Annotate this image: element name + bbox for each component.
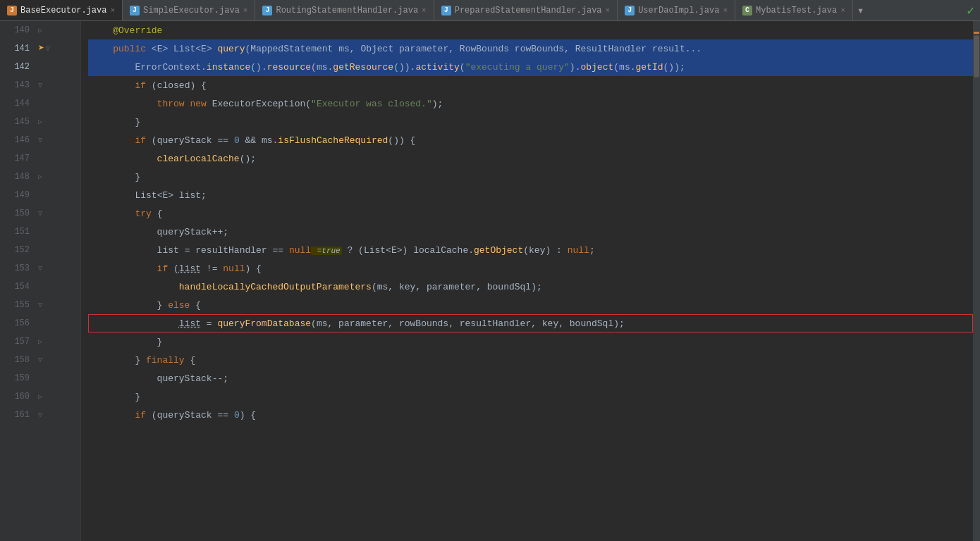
line-number-144: 144 <box>0 99 35 108</box>
tab-close-simple-executor[interactable]: × <box>243 6 248 15</box>
code-line-161: if (queryStack == 0) { <box>88 406 973 424</box>
code-line-155: } else { <box>88 296 973 314</box>
debug-arrow-icon: ➤ <box>38 44 44 54</box>
code-line-140: @Override <box>88 21 973 39</box>
tab-simple-executor[interactable]: J SimpleExecutor.java × <box>123 0 255 21</box>
fold-icon-157[interactable]: ▷ <box>38 337 42 346</box>
fold-icon-155[interactable]: ▽ <box>38 301 42 309</box>
fold-icon-146[interactable]: ▽ <box>38 136 42 144</box>
tab-icon-prepared: J <box>441 6 451 15</box>
line-153-content: if (list != null) { <box>91 263 262 274</box>
line-number-141: 141 <box>0 44 35 54</box>
line-148-content: } <box>91 172 140 182</box>
line-155-content: } else { <box>91 300 201 311</box>
gutter-icons-150: ▽ <box>35 209 78 218</box>
tab-icon-userdao: J <box>625 6 635 15</box>
line-number-154: 154 <box>0 282 35 292</box>
code-line-148: } <box>88 168 973 186</box>
line-147-content: clearLocalCache(); <box>91 154 256 164</box>
fold-icon-153[interactable]: ▽ <box>38 264 42 273</box>
fold-icon-145[interactable]: ▷ <box>38 118 42 126</box>
tab-bar: J BaseExecutor.java × J SimpleExecutor.j… <box>0 0 980 21</box>
code-line-142: ErrorContext.instance().resource(ms.getR… <box>88 58 973 76</box>
code-line-156: list = queryFromDatabase(ms, parameter, … <box>88 314 973 332</box>
gutter-icons-153: ▽ <box>35 264 78 273</box>
line-number-147: 147 <box>0 154 35 163</box>
line-141-content: public <E> List<E> query(MappedStatement… <box>91 44 702 54</box>
fold-icon-140[interactable]: ▷ <box>38 26 42 35</box>
line-151-content: queryStack++; <box>91 227 228 237</box>
gutter-line-152: 152 <box>0 241 80 259</box>
tab-label-mybatis: MybatisTest.java <box>756 6 837 15</box>
gutter-icons-146: ▽ <box>35 136 78 144</box>
tab-label-prepared: PreparedStatementHandler.java <box>455 6 602 15</box>
line-number-150: 150 <box>0 209 35 218</box>
tab-close-mybatis[interactable]: × <box>840 6 845 15</box>
gutter-line-153: 153 ▽ <box>0 259 80 278</box>
tab-label-simple-executor: SimpleExecutor.java <box>143 6 240 15</box>
fold-icon-160[interactable]: ▷ <box>38 392 42 401</box>
gutter-icons-158: ▽ <box>35 356 78 364</box>
code-line-159: queryStack--; <box>88 369 973 387</box>
code-line-153: if (list != null) { <box>88 259 973 278</box>
tab-icon-routing: J <box>262 6 272 15</box>
gutter-line-149: 149 <box>0 186 80 204</box>
line-156-content: list = queryFromDatabase(ms, parameter, … <box>91 318 625 329</box>
line-number-140: 140 <box>0 25 35 35</box>
gutter-icons-160: ▷ <box>35 392 78 401</box>
gutter-line-161: 161 ▽ <box>0 406 80 424</box>
line-144-content: throw new ExecutorException("Executor wa… <box>91 99 443 109</box>
tab-routing-statement[interactable]: J RoutingStatementHandler.java × <box>255 0 434 21</box>
fold-icon-148[interactable]: ▷ <box>38 173 42 181</box>
gutter-line-148: 148 ▷ <box>0 168 80 186</box>
gutter-line-145: 145 ▷ <box>0 113 80 131</box>
tab-user-dao[interactable]: J UserDaoImpl.java × <box>618 0 735 21</box>
annotation-override: @Override <box>91 25 162 36</box>
fold-icon-141[interactable]: ▽ <box>46 44 50 53</box>
gutter-icons-161: ▽ <box>35 411 78 419</box>
line-150-content: try { <box>91 209 162 219</box>
gutter-icons-155: ▽ <box>35 301 78 309</box>
tab-close-userdao[interactable]: × <box>723 6 728 15</box>
gutter-icons-145: ▷ <box>35 118 78 126</box>
tab-prepared-statement[interactable]: J PreparedStatementHandler.java × <box>434 0 618 21</box>
gutter-line-144: 144 <box>0 94 80 113</box>
scroll-thumb[interactable] <box>974 35 979 77</box>
line-number-155: 155 <box>0 300 35 310</box>
fold-icon-150[interactable]: ▽ <box>38 209 42 218</box>
line-158-content: } finally { <box>91 355 195 366</box>
line-160-content: } <box>91 392 140 402</box>
fold-icon-158[interactable]: ▽ <box>38 356 42 364</box>
fold-icon-161[interactable]: ▽ <box>38 411 42 419</box>
gutter-line-147: 147 <box>0 149 80 168</box>
line-number-157: 157 <box>0 337 35 347</box>
gutter-line-146: 146 ▽ <box>0 131 80 149</box>
gutter-line-141: 141 ➤ ▽ <box>0 39 80 58</box>
line-157-content: } <box>91 337 162 347</box>
tab-mybatis-test[interactable]: C MybatisTest.java × <box>735 0 853 21</box>
tab-close-routing[interactable]: × <box>422 6 427 15</box>
code-editor[interactable]: @Override public <E> List<E> query(Mappe… <box>81 21 973 541</box>
gutter-line-158: 158 ▽ <box>0 351 80 369</box>
line-number-146: 146 <box>0 135 35 145</box>
tab-label-userdao: UserDaoImpl.java <box>638 6 719 15</box>
tab-close-prepared[interactable]: × <box>606 6 611 15</box>
gutter-line-155: 155 ▽ <box>0 296 80 314</box>
tab-overflow-button[interactable]: ▾ <box>853 0 869 21</box>
checkmark-icon[interactable]: ✓ <box>967 3 974 18</box>
tab-icon-base-executor: J <box>7 6 17 15</box>
tab-base-executor[interactable]: J BaseExecutor.java × <box>0 0 123 21</box>
line-number-160: 160 <box>0 392 35 402</box>
code-line-160: } <box>88 387 973 406</box>
tab-close-base-executor[interactable]: × <box>110 6 115 15</box>
line-gutter: 140 ▷ 141 ➤ ▽ 142 143 ▽ 144 <box>0 21 81 541</box>
line-number-149: 149 <box>0 190 35 200</box>
line-152-content: list = resultHandler == null =true ? (Li… <box>91 245 595 256</box>
fold-icon-143[interactable]: ▽ <box>38 81 42 89</box>
vertical-scrollbar[interactable] <box>973 21 980 541</box>
gutter-line-154: 154 <box>0 278 80 296</box>
line-143-content: if (closed) { <box>91 80 207 91</box>
line-142-content: ErrorContext.instance().resource(ms.getR… <box>91 62 685 73</box>
gutter-icons-141: ➤ ▽ <box>35 44 78 54</box>
code-line-145: } <box>88 113 973 131</box>
